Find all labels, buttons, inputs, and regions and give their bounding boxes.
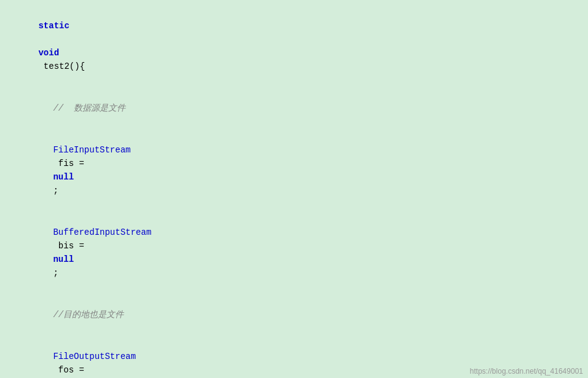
comment-datasource: // 数据源是文件: [53, 103, 125, 113]
code-container: static void test2(){ // 数据源是文件 FileInput…: [0, 0, 588, 378]
keyword-void: void: [38, 48, 59, 58]
type-bufferedinputstream: BufferedInputStream: [53, 227, 151, 237]
type-fileinputstream: FileInputStream: [53, 145, 130, 155]
code-line-2: // 数据源是文件: [0, 87, 588, 129]
comment-destination: //目的地也是文件: [53, 310, 124, 320]
keyword-null2: null: [53, 254, 74, 264]
code-line-3: FileInputStream fis = null ;: [0, 129, 588, 211]
watermark: https://blog.csdn.net/qq_41649001: [470, 367, 583, 376]
type-fileoutputstream: FileOutputStream: [53, 352, 135, 361]
code-line-4: BufferedInputStream bis = null ;: [0, 211, 588, 294]
keyword-static: static: [38, 21, 69, 31]
code-line-5: //目的地也是文件: [0, 294, 588, 336]
keyword-null: null: [53, 172, 74, 182]
code-line-1: static void test2(){: [0, 5, 588, 87]
